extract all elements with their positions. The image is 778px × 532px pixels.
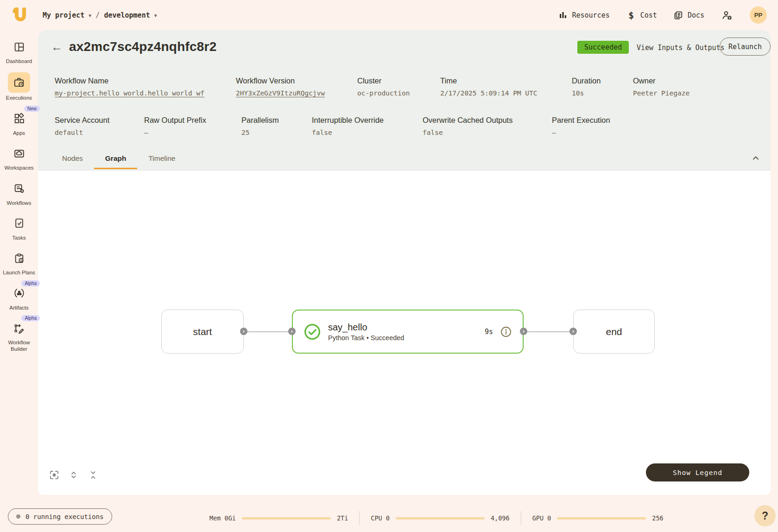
sidebar-item-tasks[interactable]: Tasks bbox=[1, 214, 37, 241]
user-settings-icon[interactable] bbox=[721, 9, 733, 21]
meta-value: 2/17/2025 5:09:14 PM UTC bbox=[440, 89, 538, 97]
meta-workflow-version: Workflow Version 2HY3xZeGzV9ItzuRQgcjvw bbox=[236, 76, 325, 97]
meter-current: 0Gi bbox=[225, 514, 236, 522]
launch-plans-icon bbox=[8, 249, 30, 267]
meta-workflow-name: Workflow Name my-project.hello_world.hel… bbox=[55, 76, 204, 97]
meter-capacity: 4,096 bbox=[491, 514, 510, 522]
sidebar-item-dashboard[interactable]: Dashboard bbox=[1, 38, 37, 64]
breadcrumb-project[interactable]: My project bbox=[43, 11, 84, 19]
tasks-icon bbox=[8, 214, 30, 233]
sidebar-item-artifacts[interactable]: Alpha Artifacts bbox=[1, 284, 37, 311]
breadcrumb-separator: / bbox=[95, 11, 100, 19]
gpu-meter-bar bbox=[557, 517, 646, 519]
meta-label: Service Account bbox=[55, 116, 109, 125]
show-legend-button[interactable]: Show Legend bbox=[646, 463, 749, 481]
sidebar-item-label: Launch Plans bbox=[3, 269, 35, 276]
sidebar-item-workflows[interactable]: Workflows bbox=[1, 179, 37, 206]
chevron-down-icon[interactable]: ▼ bbox=[89, 12, 91, 18]
graph-node-say-hello[interactable]: say_hello Python Task • Succeeded 9s bbox=[292, 310, 524, 354]
meta-label: Time bbox=[440, 76, 538, 85]
sidebar-item-label: Tasks bbox=[12, 234, 25, 241]
expand-all-icon[interactable] bbox=[68, 469, 80, 481]
workflow-builder-icon bbox=[8, 319, 30, 337]
meta-value: – bbox=[552, 129, 610, 136]
status-badge: Succeeded bbox=[577, 41, 629, 54]
meter-current: 0 bbox=[547, 514, 551, 522]
meter-capacity: 2Ti bbox=[337, 514, 348, 522]
meta-interruptible-override: Interruptible Override false bbox=[312, 116, 384, 136]
workspaces-icon bbox=[8, 144, 30, 163]
graph-node-end[interactable]: end bbox=[573, 310, 655, 354]
sidebar-item-workspaces[interactable]: Workspaces bbox=[1, 144, 37, 171]
chevron-down-icon[interactable]: ▼ bbox=[154, 12, 157, 18]
dashboard-icon bbox=[8, 38, 30, 56]
meta-value: default bbox=[55, 129, 109, 136]
gpu-meter: GPU 0 256 bbox=[532, 514, 664, 522]
input-port-icon: › bbox=[288, 328, 296, 335]
graph-controls bbox=[48, 469, 99, 481]
running-executions-pill[interactable]: 0 running executions bbox=[8, 508, 112, 525]
meter-current: 0 bbox=[386, 514, 390, 522]
sidebar: Dashboard Executions New Apps bbox=[0, 30, 38, 495]
sidebar-item-launch-plans[interactable]: Launch Plans bbox=[1, 249, 37, 276]
meta-value: false bbox=[312, 129, 384, 136]
input-port-icon: › bbox=[569, 328, 577, 335]
dollar-icon: $ bbox=[626, 10, 636, 20]
avatar[interactable]: PP bbox=[750, 6, 767, 24]
workflow-name-link[interactable]: my-project.hello_world.hello_world_wf bbox=[55, 89, 204, 97]
cost-button[interactable]: $ Cost bbox=[626, 10, 657, 20]
back-arrow-icon[interactable]: ← bbox=[51, 41, 63, 53]
output-port-icon: › bbox=[240, 328, 247, 335]
center-focus-icon[interactable] bbox=[48, 469, 60, 481]
meta-owner: Owner Peeter Piegaze bbox=[633, 76, 689, 97]
meta-label: Workflow Name bbox=[55, 76, 204, 85]
workflow-version-link[interactable]: 2HY3xZeGzV9ItzuRQgcjvw bbox=[236, 89, 325, 97]
relaunch-button[interactable]: Relaunch bbox=[720, 38, 771, 56]
node-label: end bbox=[606, 326, 622, 337]
divider bbox=[521, 511, 521, 525]
meta-cluster: Cluster oc-production bbox=[357, 76, 410, 97]
graph-canvas[interactable]: start say_hello Python Task • Succeeded … bbox=[38, 170, 771, 495]
docs-label: Docs bbox=[688, 11, 704, 19]
sidebar-item-workflow-builder[interactable]: Alpha Workflow Builder bbox=[1, 319, 37, 353]
tab-timeline[interactable]: Timeline bbox=[137, 149, 186, 169]
sidebar-item-executions[interactable]: Executions bbox=[1, 72, 37, 101]
meta-service-account: Service Account default bbox=[55, 116, 109, 136]
meta-time: Time 2/17/2025 5:09:14 PM UTC bbox=[440, 76, 538, 97]
sidebar-item-apps[interactable]: New Apps bbox=[1, 109, 37, 136]
docs-icon bbox=[674, 10, 683, 20]
task-subtitle: Python Task • Succeeded bbox=[328, 334, 404, 342]
graph-node-start[interactable]: start bbox=[161, 310, 244, 354]
meta-label: Interruptible Override bbox=[312, 116, 384, 125]
divider bbox=[359, 511, 360, 525]
metadata-row-2: Service Account default Raw Output Prefi… bbox=[38, 116, 771, 144]
union-logo[interactable] bbox=[11, 6, 30, 25]
resources-button[interactable]: Resources bbox=[558, 10, 609, 20]
bar-chart-icon bbox=[558, 10, 568, 20]
artifacts-icon bbox=[8, 284, 30, 303]
mem-meter: Mem 0Gi 2Ti bbox=[209, 514, 348, 522]
view-inputs-outputs-link[interactable]: View Inputs & Outputs bbox=[637, 44, 725, 52]
meta-label: Raw Output Prefix bbox=[144, 116, 206, 125]
task-title: say_hello bbox=[328, 322, 404, 333]
info-icon[interactable] bbox=[500, 326, 512, 337]
help-button[interactable]: ? bbox=[754, 505, 776, 526]
meta-raw-output-prefix: Raw Output Prefix – bbox=[144, 116, 206, 136]
cpu-meter-bar bbox=[396, 517, 485, 519]
meta-label: Parent Execution bbox=[552, 116, 610, 125]
apps-icon bbox=[8, 109, 30, 128]
tab-nodes[interactable]: Nodes bbox=[51, 149, 94, 169]
execution-id: ax2mc7sc4pz4nqhfc8r2 bbox=[69, 39, 216, 54]
breadcrumb-domain[interactable]: development bbox=[104, 11, 150, 19]
collapse-all-icon[interactable] bbox=[87, 469, 99, 481]
task-duration: 9s bbox=[485, 328, 493, 336]
running-executions-label: 0 running executions bbox=[25, 513, 104, 520]
meta-value: – bbox=[144, 129, 206, 136]
workflows-icon bbox=[8, 179, 30, 198]
docs-button[interactable]: Docs bbox=[674, 10, 704, 20]
collapse-chevron-icon[interactable] bbox=[751, 153, 760, 163]
meta-value: 10s bbox=[572, 89, 601, 97]
view-tabs: Nodes Graph Timeline bbox=[51, 149, 186, 169]
tab-graph[interactable]: Graph bbox=[94, 149, 138, 169]
graph-edge bbox=[244, 331, 292, 332]
